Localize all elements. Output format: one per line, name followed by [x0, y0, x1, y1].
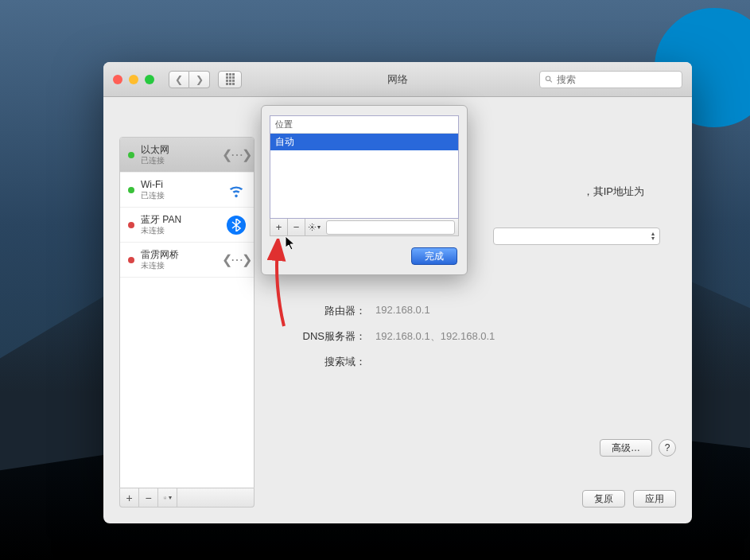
- service-text: Wi-Fi 已连接: [141, 179, 220, 200]
- thunderbolt-bridge-icon: ❮⋯❯: [227, 251, 246, 270]
- apply-button[interactable]: 应用: [633, 490, 676, 508]
- advanced-row: 高级… ?: [600, 439, 676, 457]
- search-field[interactable]: [539, 71, 682, 88]
- status-dot-icon: [128, 257, 134, 263]
- location-actions-menu[interactable]: ▾: [305, 219, 323, 235]
- grid-icon: [226, 73, 235, 85]
- service-item-thunderbolt-bridge[interactable]: 雷雳网桥 未连接 ❮⋯❯: [120, 243, 254, 278]
- service-name: Wi-Fi: [141, 179, 220, 190]
- forward-button[interactable]: ❯: [189, 71, 210, 88]
- add-location-button[interactable]: +: [270, 219, 288, 235]
- service-name: 以太网: [141, 144, 220, 155]
- dns-row: DNS服务器： 192.168.0.1、192.168.0.1: [270, 329, 676, 344]
- service-status: 已连接: [141, 191, 220, 200]
- services-sidebar: 以太网 已连接 ❮⋯❯ Wi-Fi 已连接: [119, 137, 255, 508]
- router-value: 192.168.0.1: [375, 304, 430, 318]
- remove-service-button[interactable]: −: [139, 488, 158, 507]
- window-action-buttons: 复原 应用: [582, 490, 676, 508]
- sidebar-toolbar: + − ▾: [119, 488, 255, 508]
- search-domain-row: 搜索域：: [270, 355, 676, 369]
- service-actions-menu[interactable]: ▾: [158, 488, 177, 507]
- service-text: 以太网 已连接: [141, 144, 220, 165]
- window-title: 网络: [387, 72, 408, 87]
- close-button[interactable]: [113, 75, 122, 84]
- ethernet-icon: ❮⋯❯: [227, 146, 246, 165]
- config-dropdown-wrapper: ▴▾: [493, 228, 660, 245]
- back-button[interactable]: ❮: [169, 71, 189, 88]
- svg-line-1: [550, 80, 552, 82]
- chevron-updown-icon: ▴▾: [651, 231, 655, 241]
- status-dot-icon: [128, 152, 134, 158]
- router-row: 路由器： 192.168.0.1: [270, 304, 676, 318]
- location-list-header: 位置: [270, 116, 458, 134]
- revert-button[interactable]: 复原: [582, 490, 625, 508]
- traffic-lights: [113, 75, 154, 84]
- svg-point-0: [546, 76, 550, 80]
- service-item-wifi[interactable]: Wi-Fi 已连接: [120, 173, 254, 208]
- zoom-button[interactable]: [145, 75, 154, 84]
- location-name-field[interactable]: [326, 220, 455, 235]
- search-domain-label: 搜索域：: [270, 355, 366, 369]
- status-suffix: ，其IP地址为: [583, 185, 644, 197]
- service-status: 未连接: [141, 261, 220, 270]
- service-item-bluetooth-pan[interactable]: 蓝牙 PAN 未连接: [120, 208, 254, 243]
- svg-point-3: [311, 226, 313, 228]
- dns-value: 192.168.0.1、192.168.0.1: [375, 329, 495, 344]
- advanced-button[interactable]: 高级…: [600, 439, 652, 457]
- configure-ipv4-dropdown[interactable]: ▴▾: [493, 228, 660, 245]
- titlebar: ❮ ❯ 网络: [103, 62, 692, 97]
- service-name: 蓝牙 PAN: [141, 214, 220, 225]
- minimize-button[interactable]: [129, 75, 138, 84]
- show-all-button[interactable]: [218, 71, 242, 88]
- service-text: 蓝牙 PAN 未连接: [141, 214, 220, 235]
- add-service-button[interactable]: +: [120, 488, 139, 507]
- service-list: 以太网 已连接 ❮⋯❯ Wi-Fi 已连接: [119, 137, 255, 488]
- nav-buttons: ❮ ❯: [169, 71, 210, 88]
- service-status: 未连接: [141, 226, 220, 235]
- location-toolbar: + − ▾: [270, 219, 459, 236]
- search-icon: [545, 75, 554, 84]
- status-dot-icon: [128, 187, 134, 193]
- help-button[interactable]: ?: [659, 439, 676, 457]
- search-input[interactable]: [557, 74, 677, 85]
- location-popover: 位置 自动 + − ▾ 完成: [261, 105, 468, 275]
- wifi-icon: [227, 181, 246, 200]
- remove-location-button[interactable]: −: [288, 219, 305, 235]
- status-line: 状态 ，其IP地址为: [583, 185, 644, 199]
- service-status: 已连接: [141, 156, 220, 165]
- done-button[interactable]: 完成: [411, 247, 457, 265]
- location-item-auto[interactable]: 自动: [270, 134, 458, 150]
- gear-icon: [163, 493, 167, 503]
- gear-icon: [308, 223, 317, 231]
- status-dot-icon: [128, 222, 134, 228]
- dns-label: DNS服务器：: [270, 329, 366, 344]
- router-label: 路由器：: [270, 304, 366, 318]
- service-item-ethernet[interactable]: 以太网 已连接 ❮⋯❯: [120, 138, 254, 173]
- location-list: 位置 自动: [270, 115, 459, 219]
- service-text: 雷雳网桥 未连接: [141, 249, 220, 270]
- bluetooth-icon: [227, 216, 246, 235]
- svg-point-2: [165, 497, 165, 498]
- service-name: 雷雳网桥: [141, 249, 220, 260]
